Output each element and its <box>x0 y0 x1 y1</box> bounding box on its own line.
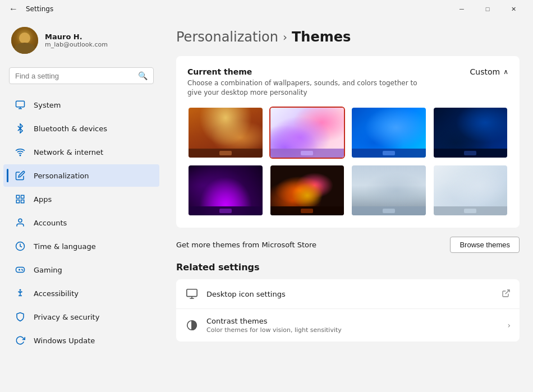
nav-icon-gaming <box>15 264 26 275</box>
nav-icon-accessibility <box>15 288 26 299</box>
nav-personalization[interactable]: Personalization <box>3 164 159 187</box>
desktop-icon-title: Desktop icon settings <box>206 290 494 298</box>
nav-update[interactable]: Windows Update <box>3 329 159 352</box>
svg-point-11 <box>22 269 22 270</box>
nav-label-privacy: Privacy & security <box>34 313 99 321</box>
nav-privacy[interactable]: Privacy & security <box>3 306 159 328</box>
search-container: 🔍 <box>0 63 163 89</box>
breadcrumb-current: Themes <box>292 29 351 45</box>
minimize-button[interactable]: ─ <box>449 0 475 18</box>
breadcrumb-separator: › <box>283 30 287 44</box>
nav-icon-network <box>15 146 26 158</box>
theme-thumb-colorful <box>270 108 344 158</box>
current-theme-description: Choose a combination of wallpapers, soun… <box>187 79 423 98</box>
nav-icon-privacy <box>15 311 26 322</box>
search-box[interactable]: 🔍 <box>9 67 154 84</box>
theme-taskbar-dark-blue <box>434 149 508 158</box>
svg-rect-3 <box>21 195 24 198</box>
nav-icon-accounts <box>15 217 26 228</box>
nav-label-update: Windows Update <box>34 336 95 345</box>
nav-system[interactable]: System <box>3 94 159 116</box>
taskbar-btn-autumn <box>219 151 232 155</box>
theme-item-autumn[interactable] <box>187 107 264 159</box>
back-button[interactable]: ← <box>7 2 20 16</box>
svg-rect-5 <box>16 200 19 203</box>
maximize-button[interactable]: □ <box>475 0 500 18</box>
theme-item-dark-blue[interactable] <box>433 107 509 159</box>
taskbar-btn-dark-blue <box>464 151 476 155</box>
svg-rect-4 <box>21 200 24 203</box>
desktop-icon-info: Desktop icon settings <box>206 290 494 298</box>
contrast-chevron-icon: › <box>507 321 511 330</box>
nav-accessibility[interactable]: Accessibility <box>3 282 159 305</box>
svg-rect-2 <box>16 195 19 198</box>
search-input[interactable] <box>15 72 134 80</box>
svg-point-12 <box>22 270 23 270</box>
avatar <box>11 27 38 54</box>
theme-taskbar-win-blue <box>352 149 426 158</box>
theme-item-win-blue[interactable] <box>351 107 427 159</box>
settings-item-desktop-icon[interactable]: Desktop icon settings <box>176 279 520 309</box>
close-button[interactable]: ✕ <box>500 0 526 18</box>
nav-label-accounts: Accounts <box>34 219 67 227</box>
contrast-info: Contrast themes Color themes for low vis… <box>206 317 499 334</box>
theme-selected-label: Custom <box>470 67 500 76</box>
desktop-icon-external-link-icon <box>502 289 511 299</box>
contrast-desc: Color themes for low vision, light sensi… <box>206 326 499 334</box>
taskbar-btn-colorful <box>301 151 313 155</box>
theme-thumb-dark-blue <box>434 108 508 158</box>
theme-item-flower[interactable] <box>269 164 346 216</box>
svg-point-1 <box>20 155 21 156</box>
browse-themes-button[interactable]: Browse themes <box>450 237 520 253</box>
breadcrumb-parent: Personalization <box>176 29 278 45</box>
app-body: Mauro H. m_lab@outlook.com 🔍 System <box>0 18 533 392</box>
user-email: m_lab@outlook.com <box>45 41 108 48</box>
settings-item-contrast-themes[interactable]: Contrast themes Color themes for low vis… <box>176 309 520 342</box>
nav-apps[interactable]: Apps <box>3 188 159 210</box>
related-settings-section: Related settings Desktop icon settings <box>176 262 520 342</box>
contrast-icon <box>185 319 199 332</box>
svg-rect-0 <box>16 101 25 107</box>
theme-thumb-win-blue <box>352 108 426 158</box>
current-theme-badge[interactable]: Custom ∧ <box>470 67 508 76</box>
contrast-title: Contrast themes <box>206 317 499 325</box>
theme-thumb-autumn <box>189 108 263 158</box>
nav-accounts[interactable]: Accounts <box>3 211 159 234</box>
taskbar-btn-white-wave <box>464 209 476 213</box>
theme-taskbar-desert <box>352 206 426 215</box>
nav-network[interactable]: Network & internet <box>3 141 159 163</box>
nav-bluetooth[interactable]: Bluetooth & devices <box>3 117 159 140</box>
taskbar-btn-purple <box>219 209 232 213</box>
ms-store-text: Get more themes from Microsoft Store <box>176 241 316 249</box>
theme-item-purple[interactable] <box>187 164 264 216</box>
related-settings-title: Related settings <box>176 262 520 273</box>
taskbar-btn-win-blue <box>383 151 395 155</box>
main-content: Personalization › Themes Current theme C… <box>163 18 533 392</box>
taskbar-btn-flower <box>301 209 313 213</box>
nav-icon-system <box>15 99 26 110</box>
themes-grid <box>187 107 508 217</box>
nav-time[interactable]: Time & language <box>3 235 159 257</box>
theme-item-colorful[interactable] <box>269 107 346 159</box>
related-settings-card: Desktop icon settings <box>176 279 520 342</box>
nav-label-accessibility: Accessibility <box>34 289 79 298</box>
theme-item-desert[interactable] <box>351 164 427 216</box>
titlebar-controls: ─ □ ✕ <box>449 0 526 18</box>
theme-taskbar-autumn <box>189 149 263 158</box>
theme-taskbar-white-wave <box>434 206 508 215</box>
nav-label-gaming: Gaming <box>34 266 62 274</box>
theme-item-white-wave[interactable] <box>433 164 509 216</box>
theme-thumb-desert <box>352 165 426 215</box>
user-info: Mauro H. m_lab@outlook.com <box>45 33 108 48</box>
window-title: Settings <box>26 5 53 13</box>
svg-point-6 <box>19 219 22 222</box>
nav-gaming[interactable]: Gaming <box>3 259 159 281</box>
user-profile[interactable]: Mauro H. m_lab@outlook.com <box>0 18 163 63</box>
search-icon: 🔍 <box>138 71 148 80</box>
theme-taskbar-purple <box>189 206 263 215</box>
titlebar: ← Settings ─ □ ✕ <box>0 0 533 18</box>
nav-label-system: System <box>34 101 61 109</box>
svg-point-13 <box>20 289 21 290</box>
theme-thumb-white-wave <box>434 165 508 215</box>
theme-thumb-flower <box>270 165 344 215</box>
